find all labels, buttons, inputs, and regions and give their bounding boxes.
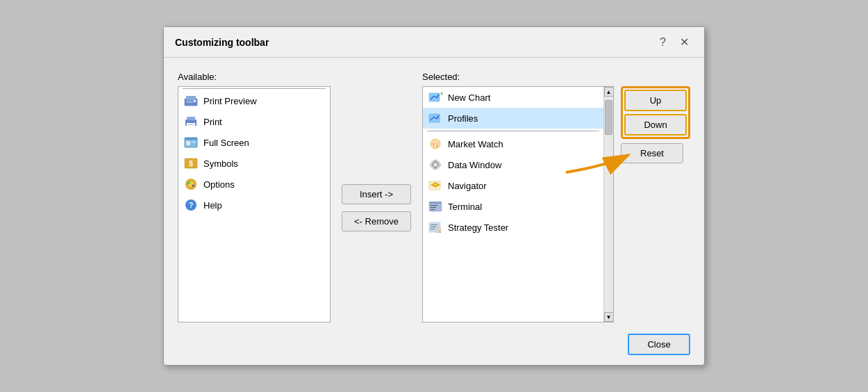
available-list[interactable]: Print Preview Print <box>178 86 331 322</box>
print-icon <box>184 115 198 129</box>
profiles-label: Profiles <box>448 113 478 124</box>
terminal-icon <box>428 199 442 213</box>
scroll-up-button[interactable]: ▲ <box>604 87 614 97</box>
help-button[interactable]: ? <box>656 35 670 50</box>
insert-button[interactable]: Insert -> <box>342 184 411 204</box>
selected-item[interactable]: Terminal <box>423 196 603 217</box>
data-window-icon <box>428 158 442 172</box>
new-chart-label: New Chart <box>448 92 490 103</box>
svg-rect-10 <box>185 138 197 140</box>
svg-point-40 <box>434 183 437 186</box>
terminal-label: Terminal <box>448 202 482 212</box>
selected-item[interactable]: ↑↓ Market Watch <box>423 133 603 154</box>
print-preview-label: Print Preview <box>203 96 257 106</box>
profiles-icon <box>428 111 442 125</box>
title-bar: Customizing toolbar ? ✕ <box>164 27 704 58</box>
svg-text:🔍: 🔍 <box>436 228 442 234</box>
full-screen-icon <box>184 136 198 149</box>
down-button[interactable]: Down <box>624 114 687 136</box>
print-preview-icon <box>184 94 198 108</box>
selected-separator <box>427 131 599 131</box>
available-separator-top <box>183 88 326 89</box>
list-item[interactable]: Full Screen <box>178 132 330 153</box>
symbols-icon: $ <box>184 156 198 170</box>
full-screen-label: Full Screen <box>203 138 249 148</box>
selected-list[interactable]: + New Chart <box>422 86 614 322</box>
navigator-icon <box>428 179 442 193</box>
market-watch-label: Market Watch <box>448 139 503 149</box>
available-section: Available: <box>178 72 331 322</box>
selected-item[interactable]: Data Window <box>423 154 603 175</box>
print-label: Print <box>203 117 222 127</box>
selected-item[interactable]: + New Chart <box>423 87 603 108</box>
dialog-title: Customizing toolbar <box>175 37 269 48</box>
svg-rect-12 <box>192 141 196 143</box>
close-dialog-button[interactable]: ✕ <box>676 34 693 50</box>
help-label: Help <box>203 200 222 211</box>
new-chart-icon: + <box>428 90 442 104</box>
svg-rect-11 <box>186 141 190 145</box>
selected-item-profiles[interactable]: Profiles <box>423 108 603 129</box>
svg-point-32 <box>431 160 440 170</box>
scroll-down-button[interactable]: ▼ <box>604 312 614 322</box>
svg-rect-21 <box>429 93 440 101</box>
selected-item[interactable]: 🔍 Strategy Tester <box>423 217 603 238</box>
remove-button[interactable]: <- Remove <box>342 211 411 231</box>
scroll-track <box>604 97 613 312</box>
strategy-tester-icon: 🔍 <box>428 220 442 234</box>
available-label: Available: <box>178 72 331 82</box>
symbols-label: Symbols <box>203 158 238 169</box>
svg-point-18 <box>192 185 194 187</box>
selected-section: Selected: <box>422 72 690 322</box>
up-down-highlight: Up Down <box>621 86 690 139</box>
options-label: Options <box>203 179 235 190</box>
dialog-footer: Close <box>164 334 704 365</box>
svg-rect-3 <box>186 102 193 103</box>
svg-rect-45 <box>431 209 435 210</box>
svg-rect-26 <box>429 114 440 122</box>
svg-text:$: $ <box>189 160 193 168</box>
svg-rect-8 <box>188 124 194 125</box>
svg-text:↑↓: ↑↓ <box>433 141 439 148</box>
svg-rect-44 <box>431 207 436 208</box>
help-icon: ? <box>184 198 198 212</box>
navigator-label: Navigator <box>448 181 487 191</box>
scroll-thumb[interactable] <box>605 100 612 135</box>
list-item[interactable]: Print Preview <box>178 90 330 111</box>
svg-rect-42 <box>430 202 441 204</box>
reset-button[interactable]: Reset <box>621 143 683 163</box>
up-button[interactable]: Up <box>624 90 687 111</box>
svg-rect-50 <box>431 227 436 227</box>
svg-rect-49 <box>431 224 437 225</box>
controls-column: Up Down Reset <box>621 86 690 322</box>
list-item[interactable]: Options <box>178 174 330 195</box>
svg-rect-6 <box>187 117 195 120</box>
svg-rect-1 <box>186 96 196 100</box>
list-item[interactable]: $ Symbols <box>178 153 330 174</box>
svg-text:?: ? <box>189 201 194 209</box>
data-window-label: Data Window <box>448 160 501 170</box>
selected-label: Selected: <box>422 72 690 82</box>
svg-rect-43 <box>431 205 437 206</box>
strategy-tester-label: Strategy Tester <box>448 222 508 233</box>
list-item[interactable]: ? Help <box>178 195 330 215</box>
options-icon <box>184 177 198 191</box>
selected-item[interactable]: Navigator <box>423 175 603 196</box>
market-watch-icon: ↑↓ <box>428 137 442 151</box>
list-item[interactable]: Print <box>178 111 330 132</box>
close-button[interactable]: Close <box>628 334 690 355</box>
svg-rect-51 <box>431 229 435 229</box>
action-buttons: Insert -> <- Remove <box>342 72 411 322</box>
svg-text:+: + <box>440 91 442 97</box>
selected-list-scrollbar[interactable]: ▲ ▼ <box>603 87 613 322</box>
svg-rect-4 <box>194 100 196 102</box>
svg-point-17 <box>187 181 190 184</box>
